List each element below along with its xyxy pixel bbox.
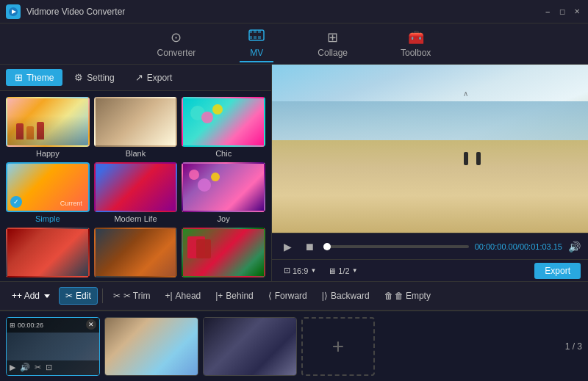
app-logo — [6, 4, 21, 19]
timeline-thumb-2 — [105, 318, 198, 375]
sub-tabs: ⊞ Theme ⚙ Setting ↗ Export — [0, 65, 271, 91]
close-button[interactable]: ✕ — [572, 7, 582, 17]
timeline-item-1[interactable]: ⊞ 00:00:26 ▶ 🔊 ✂ ⊡ ✕ — [6, 317, 100, 376]
tab-mv[interactable]: MV — [240, 26, 273, 62]
timeline-trim-icon[interactable]: ⊡ — [46, 363, 52, 372]
setting-gear-icon: ⚙ — [74, 72, 83, 83]
trash-icon: 🗑 — [384, 291, 393, 301]
theme-grid-icon: ⊞ — [15, 72, 23, 83]
figure-2 — [476, 152, 481, 165]
quality-selector[interactable]: 🖥 1/2 ▼ — [328, 266, 357, 275]
timeline-sound-icon[interactable]: 🔊 — [20, 363, 30, 372]
trim-button[interactable]: ✂ ✂ Trim — [107, 288, 157, 304]
theme-joy-thumb — [182, 162, 265, 212]
theme-simple-thumb: Current ✓ — [6, 162, 90, 212]
add-clip-button[interactable]: + — [301, 317, 375, 376]
theme-fashion[interactable]: Fashion — [94, 228, 178, 281]
trim-icon: ✂ — [113, 291, 121, 301]
collage-icon: ⊞ — [327, 29, 338, 46]
add-dropdown-arrow — [44, 294, 50, 298]
ahead-button[interactable]: +| Ahead — [159, 288, 207, 304]
time-display: 00:00:00.00/00:01:03.15 — [475, 242, 562, 251]
theme-simple[interactable]: Current ✓ Simple — [6, 162, 90, 223]
mv-icon — [248, 29, 265, 46]
backward-icon: |⟩ — [322, 291, 328, 301]
behind-button[interactable]: |+ Behind — [209, 288, 259, 304]
page-indicator: 1 / 3 — [565, 341, 582, 352]
figure-1 — [464, 152, 468, 165]
progress-indicator — [323, 243, 331, 250]
timeline-item-3[interactable] — [203, 317, 297, 376]
tab-collage[interactable]: ⊞ Collage — [309, 26, 356, 61]
theme-romantic[interactable]: Romantic — [6, 228, 90, 281]
theme-leisure-thumb — [182, 228, 265, 277]
theme-active-check: ✓ — [10, 196, 22, 208]
empty-button[interactable]: 🗑 🗑 Empty — [379, 288, 437, 304]
main-content: ⊞ Theme ⚙ Setting ↗ Export — [0, 65, 588, 281]
svg-rect-5 — [258, 30, 261, 33]
subtab-export[interactable]: ↗ Export — [126, 69, 182, 86]
video-controls: ▶ ⏹ 00:00:00.00/00:01:03.15 🔊 — [272, 233, 588, 259]
subtab-setting[interactable]: ⚙ Setting — [65, 69, 123, 86]
minimize-button[interactable]: ‒ — [542, 7, 553, 17]
forward-button[interactable]: ⟨ Forward — [262, 288, 313, 304]
theme-modern-label: Modern Life — [94, 214, 178, 223]
theme-chic-label: Chic — [182, 149, 265, 158]
theme-simple-label: Simple — [6, 214, 90, 223]
subtab-theme[interactable]: ⊞ Theme — [6, 69, 62, 86]
export-arrow-icon: ↗ — [135, 72, 143, 83]
window-controls: ‒ ◻ ✕ — [542, 7, 582, 17]
add-icon: + — [12, 291, 17, 301]
add-button[interactable]: + + Add — [6, 288, 56, 304]
app-title: Vidmore Video Converter — [26, 7, 542, 17]
theme-blank[interactable]: Blank — [94, 97, 178, 158]
play-button[interactable]: ▶ — [279, 239, 295, 255]
timeline-play-icon[interactable]: ▶ — [10, 363, 15, 372]
export-button[interactable]: Export — [534, 263, 581, 279]
beach-sand — [272, 140, 588, 233]
theme-chic-thumb — [182, 97, 265, 147]
theme-chic[interactable]: Chic — [182, 97, 265, 158]
theme-blank-label: Blank — [94, 149, 178, 158]
theme-happy-label: Happy — [6, 149, 90, 158]
theme-joy-label: Joy — [182, 214, 265, 223]
timeline-cut-icon[interactable]: ✂ — [35, 363, 41, 372]
timeline-item-2[interactable] — [104, 317, 198, 376]
behind-icon: |+ — [215, 291, 223, 301]
edit-scissors-icon: ✂ — [65, 291, 73, 301]
tab-converter[interactable]: ⊙ Converter — [148, 26, 205, 61]
ratio-icon: ⊡ — [284, 266, 290, 275]
maximize-button[interactable]: ◻ — [557, 7, 567, 17]
svg-rect-4 — [254, 30, 257, 33]
theme-romantic-label: Romantic — [6, 280, 90, 281]
ratio-chevron-icon: ▼ — [310, 267, 316, 274]
theme-grid: Happy Blank Chic Current — [0, 91, 271, 281]
quality-chevron-icon: ▼ — [352, 267, 358, 274]
video-settings-bar: ⊡ 16:9 ▼ 🖥 1/2 ▼ Export — [272, 259, 588, 281]
converter-icon: ⊙ — [171, 29, 182, 46]
theme-joy[interactable]: Joy — [182, 162, 265, 223]
left-panel: ⊞ Theme ⚙ Setting ↗ Export — [0, 65, 272, 281]
theme-happy[interactable]: Happy — [6, 97, 90, 158]
theme-leisure[interactable]: Leisure — [182, 228, 265, 281]
backward-button[interactable]: |⟩ Backward — [316, 288, 376, 304]
toolbox-icon: 🧰 — [408, 29, 424, 46]
timeline-footer-1: ▶ 🔊 ✂ ⊡ — [7, 360, 99, 375]
video-background: ∧ — [272, 65, 588, 233]
progress-bar[interactable] — [323, 245, 469, 248]
quality-icon: 🖥 — [328, 266, 336, 275]
svg-rect-8 — [258, 36, 261, 39]
timeline-close-1[interactable]: ✕ — [86, 319, 96, 330]
theme-blank-thumb — [94, 97, 178, 147]
edit-button[interactable]: ✂ Edit — [59, 287, 98, 305]
right-panel: ∧ ▶ ⏹ 00:00:00.00/00:01:03.15 🔊 ⊡ 16:9 ▼… — [272, 65, 588, 281]
tab-toolbox[interactable]: 🧰 Toolbox — [392, 26, 440, 61]
theme-fashion-label: Fashion — [94, 280, 178, 281]
stop-button[interactable]: ⏹ — [301, 239, 318, 255]
svg-rect-6 — [249, 36, 252, 39]
theme-happy-thumb — [6, 97, 90, 147]
theme-modern-thumb — [94, 162, 178, 212]
ratio-selector[interactable]: ⊡ 16:9 ▼ — [279, 264, 320, 277]
volume-icon[interactable]: 🔊 — [568, 241, 581, 253]
theme-modern[interactable]: Modern Life — [94, 162, 178, 223]
